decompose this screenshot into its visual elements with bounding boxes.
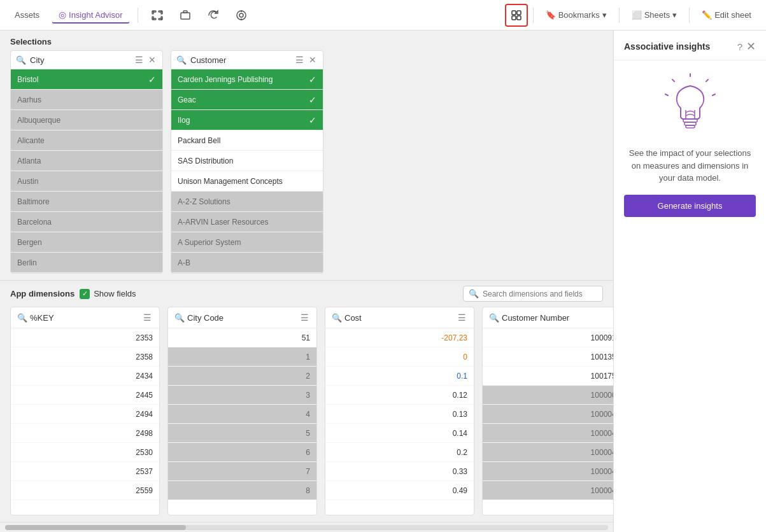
citycode-list-icon[interactable]: ☰ <box>299 312 310 323</box>
close-icon[interactable]: ✕ <box>746 39 756 53</box>
edit-icon: ✏️ <box>702 10 712 20</box>
key-search-icon: 🔍 <box>17 313 27 323</box>
citycode-item-1[interactable]: 51 <box>168 328 316 347</box>
citycode-item-2[interactable]: 1 <box>168 347 316 367</box>
customer-item-unison[interactable]: Unison Management Concepts <box>171 171 323 192</box>
custnumber-item-2[interactable]: 10013509 <box>483 347 613 367</box>
customer-item-asuperior[interactable]: A Superior System <box>171 232 323 253</box>
key-item-2[interactable]: 2358 <box>11 347 159 367</box>
city-albuquerque-label: Albuquerque <box>17 116 60 125</box>
cost-val-2: 0 <box>463 353 467 361</box>
cost-item-5[interactable]: 0.13 <box>325 405 474 424</box>
cost-item-3[interactable]: 0.1 <box>325 367 474 386</box>
dim-panel-custnumber: 🔍 Customer Number ☰ 10009156 10013509 10… <box>482 307 613 515</box>
custnumber-item-6[interactable]: 10000455 <box>483 424 613 443</box>
insight-advisor-btn[interactable]: ◎ Insight Advisor <box>52 6 130 24</box>
customer-close-icon[interactable]: ✕ <box>308 55 318 65</box>
cost-item-7[interactable]: 0.2 <box>325 443 474 462</box>
city-item-bristol[interactable]: Bristol ✓ <box>11 69 162 90</box>
citycode-item-5[interactable]: 4 <box>168 405 316 424</box>
city-item-aarhus[interactable]: Aarhus <box>11 90 162 110</box>
content-area: Selections 🔍 City ☰ ✕ Bristol ✓ Aarhus <box>0 31 613 532</box>
key-item-1[interactable]: 2353 <box>11 328 159 347</box>
help-icon[interactable]: ? <box>737 41 742 52</box>
refresh-btn[interactable] <box>202 4 225 27</box>
citycode-item-3[interactable]: 2 <box>168 367 316 386</box>
key-item-4[interactable]: 2445 <box>11 386 159 405</box>
city-item-barcelona[interactable]: Barcelona <box>11 212 162 232</box>
screenshot-btn1[interactable] <box>146 4 169 27</box>
key-item-9[interactable]: 2559 <box>11 481 159 500</box>
key-item-7[interactable]: 2530 <box>11 443 159 462</box>
search-dimensions-box[interactable]: 🔍 <box>463 286 603 302</box>
sheets-chevron: ▾ <box>672 10 677 20</box>
customer-item-geac[interactable]: Geac ✓ <box>171 90 323 110</box>
city-bergen-label: Bergen <box>17 238 42 247</box>
city-item-bergen[interactable]: Bergen <box>11 232 162 253</box>
citycode-item-4[interactable]: 3 <box>168 386 316 405</box>
screenshot-btn2[interactable] <box>174 4 197 27</box>
cost-item-6[interactable]: 0.14 <box>325 424 474 443</box>
key-val-2: 2358 <box>136 353 153 361</box>
citycode-item-8[interactable]: 7 <box>168 462 316 481</box>
customer-item-ab[interactable]: A-B <box>171 253 323 273</box>
citycode-val-4: 3 <box>306 391 310 400</box>
customer-item-ilog[interactable]: Ilog ✓ <box>171 110 323 130</box>
search-dimensions-input[interactable] <box>483 290 597 298</box>
cost-item-4[interactable]: 0.12 <box>325 386 474 405</box>
bookmarks-btn[interactable]: 🔖 Bookmarks ▾ <box>539 7 614 23</box>
city-item-atlanta[interactable]: Atlanta <box>11 151 162 171</box>
custnumber-item-1[interactable]: 10009156 <box>483 328 613 347</box>
citycode-item-7[interactable]: 6 <box>168 443 316 462</box>
city-close-icon[interactable]: ✕ <box>147 55 157 65</box>
customer-item-aarvin[interactable]: A-ARVIN Laser Resources <box>171 212 323 232</box>
customer-item-carden[interactable]: Carden Jennings Publishing ✓ <box>171 69 323 90</box>
custnumber-item-9[interactable]: 10000458 <box>483 481 613 500</box>
custnumber-item-7[interactable]: 10000456 <box>483 443 613 462</box>
city-panel-header: 🔍 City ☰ ✕ <box>11 51 162 69</box>
cost-item-2[interactable]: 0 <box>325 347 474 367</box>
key-list-icon[interactable]: ☰ <box>142 312 153 323</box>
city-item-alicante[interactable]: Alicante <box>11 130 162 151</box>
show-fields-checkbox[interactable]: ✓ <box>80 289 90 299</box>
horizontal-scrollbar[interactable] <box>0 522 613 532</box>
grid-btn[interactable] <box>505 4 528 27</box>
scrollbar-thumb[interactable] <box>5 525 186 530</box>
citycode-item-9[interactable]: 8 <box>168 481 316 500</box>
divider3 <box>619 8 620 23</box>
target-btn[interactable] <box>230 4 253 27</box>
customer-item-a2z[interactable]: A-2-Z Solutions <box>171 192 323 212</box>
key-item-5[interactable]: 2494 <box>11 405 159 424</box>
citycode-item-6[interactable]: 5 <box>168 424 316 443</box>
sheets-btn[interactable]: ⬜ Sheets ▾ <box>625 7 684 23</box>
custnumber-item-3[interactable]: 10017585 <box>483 367 613 386</box>
customer-item-packard[interactable]: Packard Bell <box>171 130 323 151</box>
city-item-berlin[interactable]: Berlin <box>11 253 162 273</box>
city-item-austin[interactable]: Austin <box>11 171 162 192</box>
key-item-8[interactable]: 2537 <box>11 462 159 481</box>
cost-item-1[interactable]: -207,23 <box>325 328 474 347</box>
edit-sheet-btn[interactable]: ✏️ Edit sheet <box>695 7 758 23</box>
custnumber-item-4[interactable]: 10000000 <box>483 386 613 405</box>
svg-point-10 <box>237 11 246 20</box>
customer-list-icon[interactable]: ☰ <box>294 55 305 65</box>
city-panel-title: City <box>30 55 131 65</box>
key-val-5: 2494 <box>136 410 153 419</box>
cost-list-icon[interactable]: ☰ <box>457 312 467 323</box>
key-item-6[interactable]: 2498 <box>11 424 159 443</box>
city-list-icon[interactable]: ☰ <box>134 55 145 65</box>
customer-item-sas[interactable]: SAS Distribution <box>171 151 323 171</box>
key-item-3[interactable]: 2434 <box>11 367 159 386</box>
citycode-val-3: 2 <box>306 372 310 381</box>
assets-btn[interactable]: Assets <box>8 7 46 23</box>
show-fields-toggle[interactable]: ✓ Show fields <box>80 289 136 299</box>
custnumber-item-8[interactable]: 10000457 <box>483 462 613 481</box>
generate-insights-btn[interactable]: Generate insights <box>624 195 756 217</box>
cost-item-9[interactable]: 0.49 <box>325 481 474 500</box>
cost-item-8[interactable]: 0.33 <box>325 462 474 481</box>
dim-panel-cost: 🔍 Cost ☰ -207,23 0 0.1 0.12 0.13 0.14 0.… <box>325 307 474 515</box>
custnumber-item-5[interactable]: 10000453 <box>483 405 613 424</box>
city-item-albuquerque[interactable]: Albuquerque <box>11 110 162 130</box>
sheets-icon: ⬜ <box>632 10 642 20</box>
city-item-baltimore[interactable]: Baltimore <box>11 192 162 212</box>
